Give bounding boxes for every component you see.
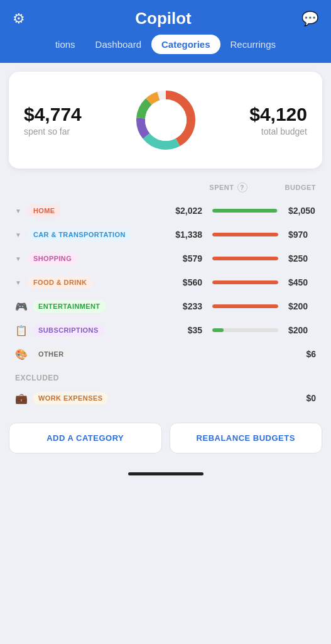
chat-icon[interactable]: 💬	[301, 11, 318, 27]
progress-bar-container	[212, 257, 278, 260]
nav-tabs: tions Dashboard Categories Recurrings	[45, 35, 286, 63]
category-emoji: 📋	[15, 325, 28, 336]
category-budget: $250	[288, 253, 316, 264]
rebalance-button[interactable]: REBALANCE BUDGETS	[170, 423, 323, 453]
donut-chart	[131, 86, 200, 155]
help-icon[interactable]: ?	[237, 182, 247, 192]
category-spent: $560	[170, 277, 202, 287]
category-row[interactable]: ▼HOME$2,022$2,050	[9, 199, 322, 223]
category-spent: $579	[170, 253, 202, 264]
category-spent: $1,338	[170, 230, 202, 240]
category-budget: $2,050	[288, 206, 316, 216]
spent-column-header: SPENT ?	[209, 182, 247, 192]
category-emoji: 🎨	[15, 348, 28, 360]
budget-summary: $4,120 total budget	[249, 104, 307, 136]
tab-categories[interactable]: Categories	[151, 35, 220, 54]
category-rows: ▼HOME$2,022$2,050▼CAR & TRANSPORTATION$1…	[9, 199, 322, 366]
category-budget: $200	[288, 301, 316, 311]
category-badge[interactable]: CAR & TRANSPORTATION	[28, 228, 131, 241]
bottom-bar	[0, 462, 331, 482]
category-emoji: 💼	[15, 392, 28, 404]
category-row[interactable]: ▼FOOD & DRINK$560$450	[9, 270, 322, 294]
category-badge[interactable]: FOOD & DRINK	[28, 276, 92, 289]
spent-label: spent so far	[24, 126, 82, 136]
app-title: Copilot	[135, 9, 192, 28]
add-category-button[interactable]: ADD A CATEGORY	[9, 423, 162, 453]
progress-bar-container	[212, 280, 278, 284]
progress-bar-container	[212, 209, 278, 213]
category-row[interactable]: 🎨OTHER$6	[9, 342, 322, 366]
budget-label: total budget	[249, 126, 307, 136]
category-spent: $233	[170, 301, 202, 311]
category-badge[interactable]: ENTERTAINMENT	[33, 300, 106, 313]
svg-point-6	[145, 99, 187, 141]
excluded-rows: 💼WORK EXPENSES$0	[9, 386, 322, 410]
chevron-icon: ▼	[15, 279, 21, 286]
spent-amount: $4,774	[24, 104, 82, 125]
summary-card: $4,774 spent so far $4,120 total budget	[9, 72, 322, 169]
category-badge[interactable]: SUBSCRIPTIONS	[33, 324, 104, 336]
spent-summary: $4,774 spent so far	[24, 104, 82, 136]
gear-icon[interactable]: ⚙	[13, 11, 25, 27]
category-budget: $200	[288, 325, 316, 335]
category-row[interactable]: 📋SUBSCRIPTIONS$35$200	[9, 318, 322, 342]
excluded-label: EXCLUDED	[9, 366, 322, 386]
category-row[interactable]: 🎮ENTERTAINMENT$233$200	[9, 294, 322, 318]
category-row[interactable]: 💼WORK EXPENSES$0	[9, 386, 322, 410]
category-budget: $970	[288, 230, 316, 240]
categories-section: SPENT ? BUDGET ▼HOME$2,022$2,050▼CAR & T…	[0, 177, 331, 410]
category-row[interactable]: ▼CAR & TRANSPORTATION$1,338$970	[9, 223, 322, 247]
tab-dashboard[interactable]: Dashboard	[85, 35, 151, 54]
header: ⚙ Copilot 💬 tions Dashboard Categories R…	[0, 0, 331, 63]
category-budget: $450	[288, 277, 316, 287]
chevron-icon: ▼	[15, 231, 21, 238]
category-badge[interactable]: WORK EXPENSES	[33, 392, 108, 404]
chevron-icon: ▼	[15, 208, 21, 214]
tab-recurrings[interactable]: Recurrings	[220, 35, 286, 54]
category-badge[interactable]: SHOPPING	[28, 252, 77, 265]
action-buttons: ADD A CATEGORY REBALANCE BUDGETS	[0, 410, 331, 462]
categories-header: SPENT ? BUDGET	[9, 177, 322, 197]
budget-column-header: BUDGET	[285, 184, 316, 191]
category-badge[interactable]: OTHER	[33, 348, 70, 360]
progress-bar-container	[212, 233, 278, 236]
progress-bar-container	[212, 328, 278, 332]
progress-bar-container	[212, 304, 278, 308]
category-row[interactable]: ▼SHOPPING$579$250	[9, 247, 322, 270]
header-top: ⚙ Copilot 💬	[13, 9, 318, 35]
category-spent: $35	[170, 325, 202, 335]
category-spent: $0	[283, 393, 316, 403]
chevron-icon: ▼	[15, 255, 21, 262]
home-indicator	[128, 472, 203, 475]
tab-transactions[interactable]: tions	[45, 35, 85, 54]
category-spent: $2,022	[170, 206, 202, 216]
budget-amount: $4,120	[249, 104, 307, 125]
category-spent: $6	[283, 349, 316, 359]
category-badge[interactable]: HOME	[28, 204, 61, 217]
category-emoji: 🎮	[15, 301, 28, 313]
